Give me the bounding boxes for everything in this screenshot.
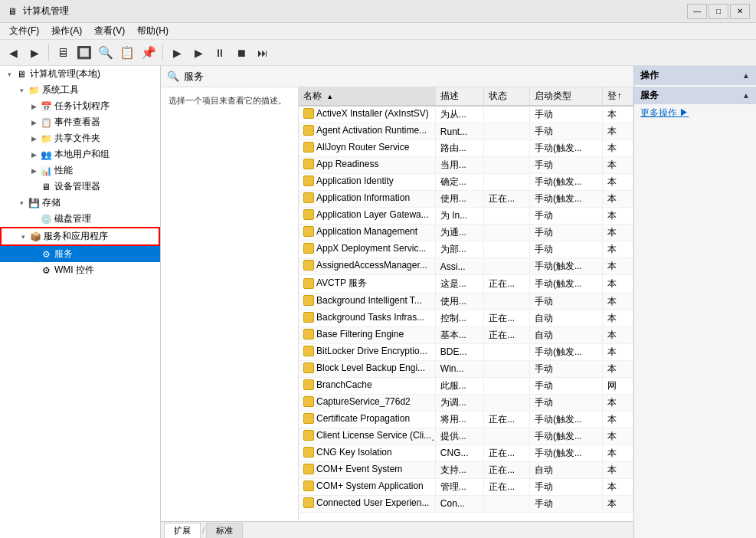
table-row[interactable]: Application Identity确定...手动(触发...本: [299, 174, 633, 191]
service-startup-cell: 手动: [529, 106, 603, 123]
table-row[interactable]: BitLocker Drive Encryptio...BDE...手动(触发.…: [299, 343, 633, 360]
table-row[interactable]: BranchCache此服...手动网: [299, 377, 633, 394]
table-row[interactable]: Connected User Experien...Con...手动本: [299, 495, 633, 512]
services-table: 名称 ▲ 描述 状态 启动类型 登↑ ActiveX Installer (Ax…: [299, 87, 633, 513]
tree-label-task-scheduler: 任务计划程序: [54, 100, 110, 113]
tree-item-performance[interactable]: ▶📊性能: [0, 162, 160, 179]
tree-item-storage[interactable]: ▾💾存储: [0, 195, 160, 211]
forward-button[interactable]: ▶: [25, 43, 44, 63]
menu-item-v[interactable]: 查看(V): [88, 23, 131, 39]
col-startup[interactable]: 启动类型: [529, 87, 603, 106]
minimize-button[interactable]: —: [687, 4, 707, 19]
table-row[interactable]: AVCTP 服务这是...正在...手动(触发...本: [299, 275, 633, 294]
section-collapse-arrow[interactable]: ▲: [742, 91, 750, 100]
tree-toggle-services-apps[interactable]: ▾: [17, 231, 29, 243]
service-name-cell: Base Filtering Engine: [299, 326, 435, 343]
tree-item-device-manager[interactable]: 🖥设备管理器: [0, 179, 160, 195]
tree-item-wmi[interactable]: ⚙WMI 控件: [0, 262, 160, 278]
tree-item-services[interactable]: ⚙服务: [0, 246, 160, 262]
table-row[interactable]: ActiveX Installer (AxInstSV)为从...手动本: [299, 106, 633, 123]
table-row[interactable]: Agent Activation Runtime...Runt...手动本: [299, 123, 633, 140]
service-desc-cell: 使用...: [435, 191, 483, 208]
service-startup-cell: 手动(触发...: [529, 191, 603, 208]
tree-item-task-scheduler[interactable]: ▶📅任务计划程序: [0, 98, 160, 114]
right-section-label: 服务: [640, 89, 659, 102]
tree-toggle-performance[interactable]: ▶: [28, 165, 40, 177]
service-desc-cell: 支持...: [435, 461, 483, 478]
tree-toggle-event-viewer[interactable]: ▶: [28, 116, 40, 129]
tree-toggle-root[interactable]: ▾: [3, 68, 15, 80]
tree-toggle-local-users[interactable]: ▶: [28, 149, 40, 161]
tree-item-event-viewer[interactable]: ▶📋事件查看器: [0, 114, 160, 130]
stop-button[interactable]: ⏹: [231, 43, 251, 63]
service-startup-cell: 手动: [529, 394, 603, 411]
toolbar-btn-1[interactable]: 🖥: [53, 43, 73, 63]
toolbar-btn-3[interactable]: 🔍: [96, 43, 116, 63]
toolbar-btn-5[interactable]: 📌: [139, 43, 159, 63]
menu-item-h[interactable]: 帮助(H): [131, 23, 175, 39]
menu-item-a[interactable]: 操作(A): [45, 23, 88, 39]
service-startup-cell: 手动: [529, 478, 603, 495]
col-logon[interactable]: 登↑: [603, 87, 633, 106]
play-button[interactable]: ▶: [167, 43, 187, 63]
tree-icon-wmi: ⚙: [40, 264, 52, 277]
col-name[interactable]: 名称 ▲: [299, 87, 435, 106]
maximize-button[interactable]: □: [709, 4, 728, 19]
tree-item-system-tools[interactable]: ▾📁系统工具: [0, 82, 160, 98]
tree-item-local-users[interactable]: ▶👥本地用户和组: [0, 146, 160, 162]
tree-icon-services-apps: 📦: [29, 231, 41, 243]
table-row[interactable]: App Readiness当用...手动本: [299, 157, 633, 174]
table-row[interactable]: AllJoyn Router Service路由...手动(触发...本: [299, 140, 633, 157]
service-startup-cell: 手动: [529, 225, 603, 241]
col-status[interactable]: 状态: [484, 87, 530, 106]
table-row[interactable]: CNG Key IsolationCNG...正在...手动(触发...本: [299, 445, 633, 461]
service-desc-cell: 管理...: [435, 478, 483, 495]
menu-item-f[interactable]: 文件(F): [3, 23, 45, 39]
table-row[interactable]: Base Filtering Engine基本...正在...自动本: [299, 326, 633, 343]
service-status-cell: [484, 174, 530, 191]
service-name-cell: Application Management: [299, 225, 435, 241]
toolbar-btn-4[interactable]: 📋: [117, 43, 137, 63]
tree-toggle-system-tools[interactable]: ▾: [15, 84, 28, 97]
service-status-cell: [484, 394, 530, 411]
collapse-arrow[interactable]: ▲: [742, 71, 750, 80]
tree-item-root[interactable]: ▾🖥计算机管理(本地): [0, 66, 160, 82]
more-actions-link[interactable]: 更多操作 ▶: [634, 104, 756, 122]
toolbar-btn-2[interactable]: 🔲: [74, 43, 94, 63]
tree-toggle-shared-folders[interactable]: ▶: [28, 133, 40, 145]
tree-toggle-task-scheduler[interactable]: ▶: [28, 100, 40, 113]
service-logon-cell: 本: [603, 478, 633, 495]
table-row[interactable]: CaptureService_776d2为调...手动本: [299, 394, 633, 411]
tree-item-shared-folders[interactable]: ▶📁共享文件夹: [0, 130, 160, 146]
table-row[interactable]: AssignedAccessManager...Assi...手动(触发...本: [299, 258, 633, 275]
table-row[interactable]: Application Information使用...正在...手动(触发..…: [299, 191, 633, 208]
tree-item-disk-mgmt[interactable]: 💿磁盘管理: [0, 211, 160, 227]
center-panel: 🔍 服务 选择一个项目来查看它的描述。 名称 ▲ 描述 状态 启动类型: [161, 66, 633, 538]
pause-button[interactable]: ⏸: [210, 43, 230, 63]
service-logon-cell: 本: [603, 123, 633, 140]
back-button[interactable]: ◀: [3, 43, 23, 63]
table-row[interactable]: Application Management为通...手动本: [299, 225, 633, 241]
tab-standard[interactable]: 标准: [206, 523, 243, 538]
col-desc[interactable]: 描述: [435, 87, 483, 106]
table-row[interactable]: Background Tasks Infras...控制...正在...自动本: [299, 310, 633, 326]
service-startup-cell: 手动(触发...: [529, 258, 603, 275]
restart-button[interactable]: ⏭: [253, 43, 273, 63]
table-row[interactable]: Certificate Propagation将用...正在...手动(触发..…: [299, 411, 633, 428]
table-row[interactable]: COM+ System Application管理...正在...手动本: [299, 478, 633, 495]
table-row[interactable]: Client License Service (Cli...提供...手动(触发…: [299, 428, 633, 445]
tree-item-services-apps[interactable]: ▾📦服务和应用程序: [0, 227, 160, 246]
services-title: 服务: [184, 70, 204, 84]
services-table-wrapper[interactable]: 名称 ▲ 描述 状态 启动类型 登↑ ActiveX Installer (Ax…: [299, 87, 633, 521]
play-step-button[interactable]: ▶: [188, 43, 208, 63]
table-row[interactable]: COM+ Event System支持...正在...自动本: [299, 461, 633, 478]
table-row[interactable]: AppX Deployment Servic...为部...手动本: [299, 241, 633, 258]
tab-expand[interactable]: 扩展: [164, 523, 201, 538]
close-button[interactable]: ✕: [730, 4, 750, 19]
menu-bar: 文件(F)操作(A)查看(V)帮助(H): [0, 23, 756, 40]
table-row[interactable]: Background Intelligent T...使用...手动本: [299, 293, 633, 310]
service-status-cell: 正在...: [484, 275, 530, 294]
table-row[interactable]: Application Layer Gatewa...为 In...手动本: [299, 208, 633, 225]
tree-toggle-storage[interactable]: ▾: [15, 197, 28, 209]
table-row[interactable]: Block Level Backup Engi...Win...手动本: [299, 360, 633, 377]
